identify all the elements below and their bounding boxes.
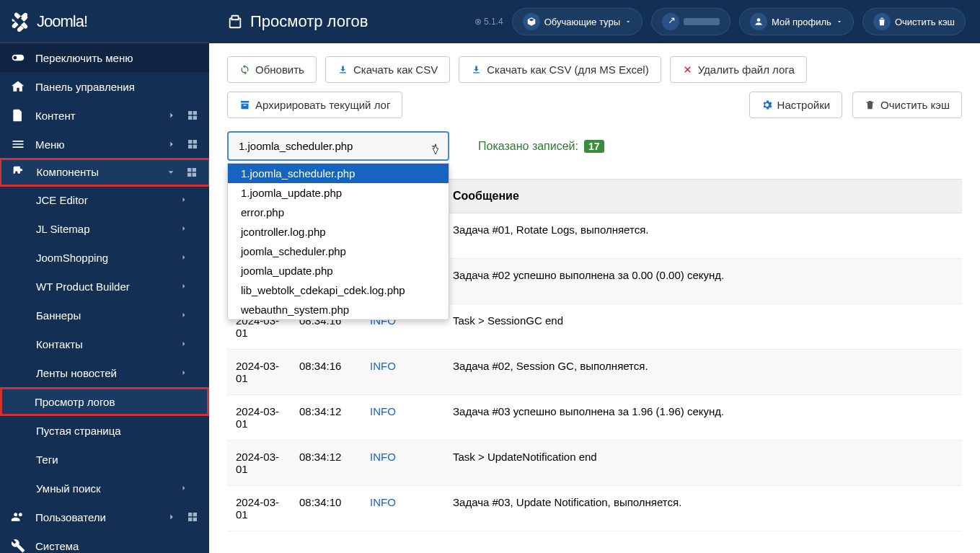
archive-button[interactable]: Архирировать текущий лог [227,92,402,118]
dropdown-option[interactable]: joomla_update.php [228,261,449,280]
toggle-icon [11,50,25,65]
page-title: Просмотр логов [209,12,474,31]
chevron-right-icon [167,110,177,120]
sidebar-item-users[interactable]: Пользователи [0,503,209,531]
gear-icon [762,99,772,110]
chevron-right-icon [180,311,188,319]
sidebar-item-dashboard[interactable]: Панель управления [0,72,209,101]
refresh-icon [239,64,250,75]
grid-icon [186,167,198,178]
sidebar-item-menu[interactable]: Меню [0,130,209,159]
chevron-right-icon [180,224,188,233]
chevron-down-icon [429,142,438,151]
chevron-right-icon [180,484,188,492]
trash-icon [877,17,887,27]
compass-icon [526,17,537,27]
sidebar-item-logview[interactable]: Просмотр логов [0,387,209,416]
sidebar-item-components[interactable]: Компоненты [0,158,209,187]
user-icon [754,17,764,27]
profile-button[interactable]: Мой профиль [739,8,854,35]
dropdown-option[interactable]: 1.joomla_scheduler.php [228,164,449,183]
grid-icon [187,110,198,121]
records-badge: 17 [584,140,604,153]
sidebar-item-jlsitemap[interactable]: JL Sitemap [0,214,209,243]
chevron-down-icon [166,167,176,177]
version-tag: ⊗ 5.1.4 [474,17,503,27]
download-icon [337,64,348,75]
col-message: Сообщение [444,180,962,213]
home-icon [11,79,25,94]
table-row: 2024-03-0108:34:12INFOЗадача #03 успешно… [227,395,962,441]
chevron-right-icon [167,512,177,522]
chevron-down-icon [624,18,632,25]
joomla-icon [11,12,31,32]
sidebar-item-contacts[interactable]: Контакты [0,329,209,358]
download-icon [471,64,482,75]
chevron-right-icon [167,139,177,149]
external-link-button[interactable] [651,8,730,35]
delete-log-button[interactable]: Удалить файл лога [670,56,807,83]
dropdown-option[interactable]: jcontroller.log.php [228,222,449,242]
logo[interactable]: Joomla! [0,0,209,43]
sidebar-item-content[interactable]: Контент [0,101,209,130]
tours-button[interactable]: Обучающие туры [512,8,643,35]
header-clear-cache-button[interactable]: Очистить кэш [862,8,966,35]
records-info: Показано записей: 17 [478,140,604,153]
table-row: 2024-03-0108:34:16INFOЗадача #02, Sessio… [227,350,962,395]
download-csv-button[interactable]: Скачать как CSV [325,56,450,83]
sidebar-item-system[interactable]: Система [0,531,209,553]
chevron-down-icon [836,18,843,25]
clipboard-icon [227,14,243,30]
sidebar-item-wtproduct[interactable]: WT Product Builder [0,272,209,301]
grid-icon [187,138,198,150]
grid-icon [187,511,198,523]
file-icon [11,108,25,123]
menu-icon [11,137,25,151]
site-name-redacted [684,18,720,25]
table-row: 2024-03-0108:34:10INFOЗадача #03, Update… [227,486,962,531]
log-file-select[interactable]: 1.joomla_scheduler.php [227,131,449,161]
external-link-icon [666,17,676,27]
sidebar-item-smartsearch[interactable]: Умный поиск [0,474,209,503]
refresh-button[interactable]: Обновить [227,56,317,83]
trash-icon [865,99,875,110]
dropdown-option[interactable]: webauthn_system.php [228,300,449,319]
sidebar-item-jce[interactable]: JCE Editor [0,185,209,214]
sidebar-item-tags[interactable]: Теги [0,445,209,474]
svg-point-0 [757,18,761,22]
table-row: 2024-03-0108:34:12INFOTask > UpdateNotif… [227,441,962,486]
chevron-right-icon [180,340,188,348]
clear-cache-button[interactable]: Очистить кэш [852,92,962,118]
sidebar-toggle[interactable]: Переключить меню [0,43,209,72]
chevron-right-icon [180,282,188,291]
close-icon [682,64,693,75]
logo-text: Joomla! [37,12,87,31]
chevron-right-icon [180,195,188,204]
dropdown-option[interactable]: 1.joomla_update.php [228,183,449,203]
sidebar-item-emptypage[interactable]: Пустая страница [0,416,209,445]
settings-button[interactable]: Настройки [749,92,843,118]
users-icon [11,510,25,524]
dropdown-option[interactable]: error.php [228,203,449,222]
archive-icon [239,99,250,110]
wrench-icon [11,539,25,553]
sidebar-item-newsfeeds[interactable]: Ленты новостей [0,358,209,387]
chevron-right-icon [180,253,188,262]
log-file-dropdown: 1.joomla_scheduler.php 1.joomla_update.p… [227,163,449,320]
dropdown-option[interactable]: lib_webtolk_cdekapi_cdek.log.php [228,280,449,300]
sidebar-item-joomshopping[interactable]: JoomShopping [0,243,209,272]
puzzle-icon [12,165,27,180]
download-excel-button[interactable]: Скачать как CSV (для MS Excel) [459,56,661,83]
dropdown-option[interactable]: joomla_scheduler.php [228,242,449,261]
sidebar-item-banners[interactable]: Баннеры [0,301,209,329]
chevron-right-icon [180,368,188,377]
